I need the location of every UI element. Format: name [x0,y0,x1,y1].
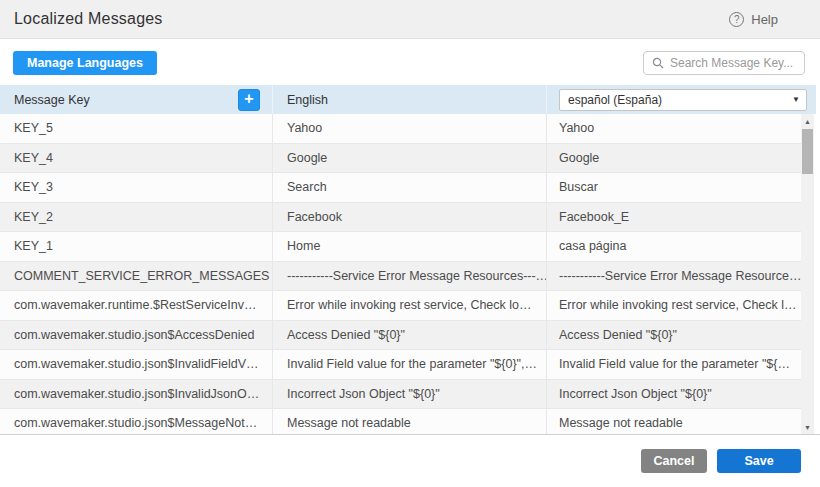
scroll-down-icon[interactable] [801,420,814,434]
table-row[interactable]: com.wavemaker.studio.json$InvalidJsonO… … [0,380,801,410]
column-header-english: English [272,85,546,114]
table-row[interactable]: com.wavemaker.studio.json$MessageNot… Me… [0,409,801,434]
cell-english[interactable]: Error while invoking rest service, Check… [272,291,546,320]
add-key-button[interactable] [238,89,260,111]
cell-english[interactable]: Message not readable [272,409,546,434]
search-box[interactable] [643,51,805,75]
cell-message-key: KEY_2 [0,203,272,232]
table-header: Message Key English español (España) [0,85,816,114]
localized-messages-dialog: Localized Messages Help Manage Languages… [0,0,820,487]
cancel-button[interactable]: Cancel [641,449,707,473]
save-button[interactable]: Save [717,449,801,473]
cell-english[interactable]: Incorrect Json Object "${0}" [272,380,546,409]
vertical-scrollbar[interactable] [801,114,814,434]
table-row[interactable]: com.wavemaker.runtime.$RestServiceInv… E… [0,291,801,321]
cell-english[interactable]: Home [272,232,546,261]
cell-message-key: com.wavemaker.studio.json$MessageNot… [0,409,272,434]
column-header-language: español (España) [546,85,816,114]
cell-message-key: KEY_5 [0,114,272,143]
table-body: KEY_5 Yahoo Yahoo KEY_4 Google Google KE… [0,114,801,434]
help-button[interactable]: Help [729,12,778,27]
table-row[interactable]: com.wavemaker.studio.json$AccessDenied A… [0,321,801,351]
cell-message-key: com.wavemaker.studio.json$InvalidJsonO… [0,380,272,409]
language-select[interactable]: español (España) [559,89,807,111]
table-row[interactable]: KEY_1 Home casa página [0,232,801,262]
language-select-wrapper: español (España) [559,89,807,111]
cell-translation[interactable]: Facebook_E [546,203,801,232]
cell-english[interactable]: Facebook [272,203,546,232]
cell-english[interactable]: Invalid Field value for the parameter "$… [272,350,546,379]
cell-translation[interactable]: Invalid Field value for the parameter "$… [546,350,801,379]
cell-message-key: com.wavemaker.runtime.$RestServiceInv… [0,291,272,320]
table-row[interactable]: COMMENT_SERVICE_ERROR_MESSAGES ---------… [0,262,801,292]
cell-message-key: com.wavemaker.studio.json$InvalidFieldV… [0,350,272,379]
cell-message-key: COMMENT_SERVICE_ERROR_MESSAGES [0,262,272,291]
search-icon [652,57,664,69]
help-circle-icon [729,12,744,27]
manage-languages-button[interactable]: Manage Languages [13,51,157,75]
help-label: Help [751,12,778,27]
table-row[interactable]: KEY_2 Facebook Facebook_E [0,203,801,233]
cell-english[interactable]: Access Denied "${0}" [272,321,546,350]
cell-english[interactable]: Yahoo [272,114,546,143]
cell-translation[interactable]: Google [546,144,801,173]
cell-translation[interactable]: Message not readable [546,409,801,434]
cell-translation[interactable]: Incorrect Json Object "${0}" [546,380,801,409]
cell-translation[interactable]: -----------Service Error Message Resourc… [546,262,801,291]
cell-english[interactable]: Google [272,144,546,173]
cell-message-key: KEY_1 [0,232,272,261]
cell-message-key: KEY_3 [0,173,272,202]
table-row[interactable]: KEY_4 Google Google [0,144,801,174]
cell-message-key: KEY_4 [0,144,272,173]
table-row[interactable]: KEY_3 Search Buscar [0,173,801,203]
table-row[interactable]: com.wavemaker.studio.json$InvalidFieldV…… [0,350,801,380]
title-bar: Localized Messages Help [0,0,820,39]
cell-translation[interactable]: Error while invoking rest service, Check… [546,291,801,320]
message-key-header-label: Message Key [14,93,90,107]
english-header-label: English [287,93,328,107]
cell-translation[interactable]: Yahoo [546,114,801,143]
cell-translation[interactable]: Buscar [546,173,801,202]
column-header-message-key: Message Key [0,85,272,114]
cell-translation[interactable]: casa página [546,232,801,261]
footer-bar: Cancel Save [0,434,820,487]
page-title: Localized Messages [14,10,163,28]
toolbar: Manage Languages [0,40,820,85]
cell-message-key: com.wavemaker.studio.json$AccessDenied [0,321,272,350]
table-row[interactable]: KEY_5 Yahoo Yahoo [0,114,801,144]
scroll-up-icon[interactable] [801,114,814,128]
search-input[interactable] [670,56,796,70]
cell-english[interactable]: -----------Service Error Message Resourc… [272,262,546,291]
cell-translation[interactable]: Access Denied "${0}" [546,321,801,350]
cell-english[interactable]: Search [272,173,546,202]
scrollbar-thumb[interactable] [802,129,813,174]
